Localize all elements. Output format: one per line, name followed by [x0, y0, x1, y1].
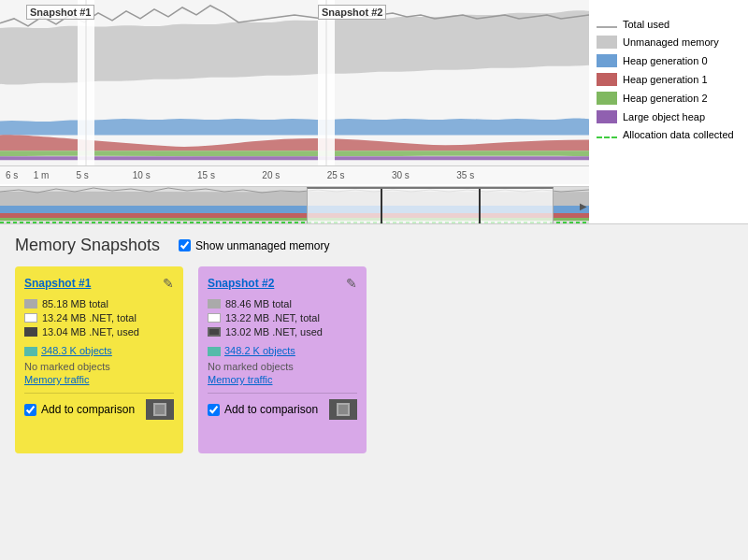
legend-label-gen0: Heap generation 0: [623, 55, 708, 66]
stat1-total-value: 85.18 MB total: [42, 298, 108, 309]
stat1-net-used-value: 13.04 MB .NET, used: [42, 326, 139, 337]
time-tick-2: 5 s: [77, 170, 89, 180]
stat1-net-total-value: 13.24 MB .NET, total: [42, 312, 137, 323]
bottom-section: Memory Snapshots Show unmanaged memory S…: [0, 224, 748, 560]
legend-label-unmanaged: Unmanaged memory: [623, 36, 719, 48]
show-unmanaged-checkbox[interactable]: [179, 239, 191, 251]
snapshot2-compare-button[interactable]: [329, 399, 357, 420]
snapshot1-footer: Add to comparison: [24, 393, 174, 420]
legend-total-used: Total used: [597, 19, 741, 30]
scroll-right-icon[interactable]: ▶: [580, 200, 587, 210]
stat2-net-total: 13.22 MB .NET, total: [208, 312, 357, 323]
main-chart: Snapshot #1 Snapshot #2 6 s 1 m 5 s 10 s…: [0, 0, 589, 223]
legend-swatch-unmanaged: [597, 36, 617, 49]
legend-unmanaged: Unmanaged memory: [597, 36, 741, 49]
time-tick-8: 35 s: [456, 170, 474, 180]
snapshot1-compare-label[interactable]: Add to comparison: [41, 403, 135, 416]
snapshot2-traffic-link[interactable]: Memory traffic: [208, 374, 357, 385]
snapshots-container: Snapshot #1 ✎ 85.18 MB total 13.24 MB .N…: [15, 266, 733, 453]
legend-swatch-gen1: [597, 73, 617, 86]
stat2-objects-swatch: [208, 347, 221, 356]
snapshot2-no-marked: No marked objects: [208, 361, 357, 372]
legend-label-loh: Large object heap: [623, 111, 705, 122]
card2-title-row: Snapshot #2 ✎: [208, 276, 357, 291]
snapshot2-objects-link[interactable]: 348.2 K objects: [224, 345, 295, 356]
snapshot1-no-marked: No marked objects: [24, 361, 174, 372]
legend-label-gen2: Heap generation 2: [623, 93, 708, 104]
snapshot2-stats: 88.46 MB total 13.22 MB .NET, total 13.0…: [208, 298, 357, 337]
legend-heap-gen2: Heap generation 2: [597, 92, 741, 105]
mini-cursor-1: [381, 189, 382, 223]
snapshot-card-1: Snapshot #1 ✎ 85.18 MB total 13.24 MB .N…: [15, 266, 183, 453]
legend-swatch-gen2: [597, 92, 617, 105]
memory-chart-area: Snapshot #1 Snapshot #2 6 s 1 m 5 s 10 s…: [0, 0, 748, 224]
snapshot2-edit-icon[interactable]: ✎: [346, 276, 357, 291]
snapshot1-objects-link[interactable]: 348.3 K objects: [41, 345, 112, 356]
time-tick-6: 25 s: [327, 170, 345, 180]
mini-cursor-2: [479, 189, 481, 223]
legend-swatch-gen0: [597, 54, 617, 67]
stat1-net-used-swatch: [24, 327, 37, 337]
time-tick-4: 15 s: [197, 170, 215, 180]
snapshot2-label: Snapshot #2: [318, 5, 386, 20]
legend-label-gen1: Heap generation 1: [623, 74, 708, 85]
compare-btn-inner-2: [337, 403, 350, 416]
snapshot1-label: Snapshot #1: [26, 5, 94, 20]
compare-btn-inner-1: [153, 403, 166, 416]
snapshot2-objects-row: 348.2 K objects: [208, 345, 357, 358]
legend-large-heap: Large object heap: [597, 110, 741, 123]
snapshot2-title[interactable]: Snapshot #2: [208, 277, 274, 290]
time-tick-7: 30 s: [392, 170, 410, 180]
snapshot2-compare-label[interactable]: Add to comparison: [224, 403, 318, 416]
snapshot1-compare-button[interactable]: [146, 399, 174, 420]
snapshot2-footer: Add to comparison: [208, 393, 357, 420]
legend-heap-gen1: Heap generation 1: [597, 73, 741, 86]
legend-label-alloc: Allocation data collected: [623, 129, 734, 140]
legend-swatch-loh: [597, 110, 617, 123]
stat1-total: 85.18 MB total: [24, 298, 174, 309]
stat2-net-total-swatch: [208, 313, 221, 323]
stat1-net-total-swatch: [24, 313, 37, 323]
snapshot2-compare-checkbox[interactable]: [208, 404, 220, 416]
snapshot1-compare-checkbox[interactable]: [24, 404, 36, 416]
legend-swatch-alloc: [597, 136, 617, 138]
section-header: Memory Snapshots Show unmanaged memory: [15, 236, 733, 255]
card1-title-row: Snapshot #1 ✎: [24, 276, 174, 291]
legend-allocation: Allocation data collected: [597, 129, 741, 140]
show-unmanaged-control: Show unmanaged memory: [179, 239, 329, 252]
time-tick-1: 1 m: [34, 170, 50, 180]
time-tick-0: 6 s: [6, 170, 18, 180]
snapshot1-stats: 85.18 MB total 13.24 MB .NET, total 13.0…: [24, 298, 174, 337]
snapshot1-title[interactable]: Snapshot #1: [24, 277, 91, 290]
snapshot1-traffic-link[interactable]: Memory traffic: [24, 374, 174, 385]
snapshot1-objects-row: 348.3 K objects: [24, 345, 174, 358]
mini-selection-box[interactable]: [307, 187, 554, 223]
chart-legend: Total used Unmanaged memory Heap generat…: [589, 0, 748, 223]
time-tick-3: 10 s: [133, 170, 151, 180]
stat2-total-value: 88.46 MB total: [225, 298, 292, 309]
stat1-net-used: 13.04 MB .NET, used: [24, 326, 174, 337]
stat2-net-used-swatch: [208, 327, 221, 337]
show-unmanaged-label[interactable]: Show unmanaged memory: [195, 239, 329, 252]
stat1-objects-swatch: [24, 347, 37, 356]
time-tick-5: 20 s: [262, 170, 280, 180]
snapshot-card-2: Snapshot #2 ✎ 88.46 MB total 13.22 MB .N…: [198, 266, 367, 453]
snapshot1-edit-icon[interactable]: ✎: [163, 276, 174, 291]
section-title: Memory Snapshots: [15, 236, 160, 255]
legend-label-total: Total used: [623, 19, 669, 30]
stat2-net-used-value: 13.02 MB .NET, used: [225, 326, 323, 337]
time-axis: 6 s 1 m 5 s 10 s 15 s 20 s 25 s 30 s 35 …: [0, 165, 589, 184]
stat2-net-total-value: 13.22 MB .NET, total: [225, 312, 320, 323]
legend-heap-gen0: Heap generation 0: [597, 54, 741, 67]
mini-navigator[interactable]: ▶: [0, 186, 589, 223]
stat2-total: 88.46 MB total: [208, 298, 357, 309]
stat1-total-swatch: [24, 299, 37, 309]
stat1-net-total: 13.24 MB .NET, total: [24, 312, 174, 323]
stat2-net-used: 13.02 MB .NET, used: [208, 326, 357, 337]
legend-swatch-total: [597, 26, 617, 28]
stat2-total-swatch: [208, 299, 221, 309]
